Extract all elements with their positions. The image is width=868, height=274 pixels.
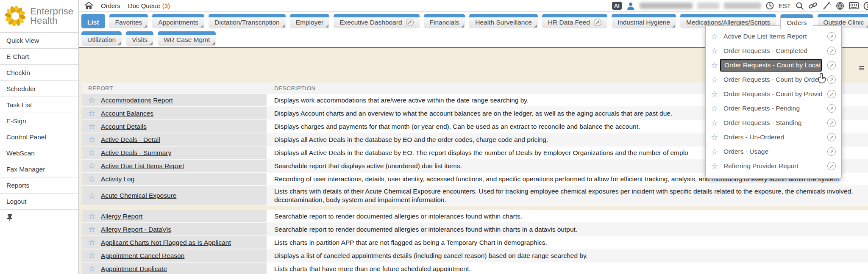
report-link-activity-log[interactable]: Activity Log <box>101 175 134 183</box>
sidebar-item-control-panel[interactable]: Control Panel <box>0 129 78 145</box>
report-link-account-details[interactable]: Account Details <box>101 123 147 130</box>
favorite-star-icon[interactable]: ☆ <box>88 238 95 246</box>
open-in-new-icon[interactable]: ↗ <box>827 32 836 41</box>
breadcrumb-orders[interactable]: Orders <box>101 2 120 9</box>
favorite-star-icon[interactable]: ☆ <box>88 162 95 170</box>
report-cell: ☆Appointment Cancel Reason <box>82 249 267 263</box>
report-link-appointment-duplicate[interactable]: Appointment Duplicate <box>101 265 167 273</box>
sidebar-nav: Quick ViewE-ChartCheckinSchedulerTask Li… <box>0 33 78 210</box>
favorite-star-icon[interactable]: ☆ <box>88 175 95 183</box>
open-in-new-icon[interactable]: ↗ <box>827 119 836 127</box>
favorite-star-icon[interactable]: ☆ <box>88 265 95 273</box>
ai-badge[interactable]: AI <box>612 2 622 10</box>
sidebar-item-task-list[interactable]: Task List <box>0 97 78 113</box>
menu-item-order-requests-pending[interactable]: ☆Order Requests - Pending↗ <box>706 101 841 116</box>
tab-executive-dashboard[interactable]: Executive Dashboard↗ <box>334 14 419 28</box>
report-link-active-deals-detail[interactable]: Active Deals - Detail <box>101 136 160 144</box>
tab-label: Orders <box>787 19 807 27</box>
open-in-new-icon[interactable]: ↗ <box>827 47 836 55</box>
open-in-new-icon[interactable]: ↗ <box>827 162 836 170</box>
menu-item-referring-provider-report[interactable]: ☆Referring Provider Report↗ <box>706 159 841 173</box>
sidebar-item-logout[interactable]: Logout <box>0 194 78 210</box>
clock-icon[interactable] <box>766 2 774 10</box>
tab-appointments[interactable]: Appointments <box>152 14 204 28</box>
favorite-star-icon[interactable]: ☆ <box>88 136 95 144</box>
menu-item-active-due-list-items-report[interactable]: ☆Active Due List Items Report↗ <box>706 29 841 44</box>
report-link-active-due-list-items-report[interactable]: Active Due List Items Report <box>101 162 184 170</box>
tab-financials[interactable]: Financials <box>424 14 465 28</box>
favorite-star-icon[interactable]: ☆ <box>88 192 95 200</box>
open-in-new-icon[interactable]: ↗ <box>827 133 836 141</box>
favorite-star-icon[interactable]: ☆ <box>88 252 95 260</box>
tab-visits[interactable]: Visits <box>126 31 153 46</box>
search-icon[interactable] <box>796 2 804 10</box>
breadcrumb-doc-queue[interactable]: Doc Queue(3) <box>128 2 170 9</box>
sidebar-item-checkin[interactable]: Checkin <box>0 65 78 81</box>
favorite-star-icon[interactable]: ☆ <box>711 119 718 127</box>
tab-list[interactable]: List <box>81 14 105 28</box>
favorite-star-icon[interactable]: ☆ <box>711 90 718 98</box>
tab-wr-case-mgmt[interactable]: WR Case Mgmt <box>158 31 216 46</box>
menu-item-order-requests-completed[interactable]: ☆Order Requests - Completed↗ <box>706 44 841 58</box>
wand-icon[interactable] <box>822 2 831 10</box>
favorite-star-icon[interactable]: ☆ <box>88 212 95 220</box>
favorite-star-icon[interactable]: ☆ <box>711 105 718 113</box>
favorite-star-icon[interactable]: ☆ <box>88 122 95 130</box>
report-link-account-balances[interactable]: Account Balances <box>101 110 153 117</box>
favorite-star-icon[interactable]: ☆ <box>711 76 718 84</box>
favorite-star-icon[interactable]: ☆ <box>88 225 95 233</box>
tab-orders[interactable]: Orders <box>780 14 813 30</box>
favorite-star-icon[interactable]: ☆ <box>711 148 718 156</box>
sidebar-item-e-sign[interactable]: E-Sign <box>0 113 78 129</box>
keyboard-icon[interactable] <box>849 2 859 9</box>
home-icon[interactable] <box>84 2 93 10</box>
report-link-acute-chemical-exposure[interactable]: Acute Chemical Exposure <box>101 192 176 199</box>
tab-dictation-transcription[interactable]: Dictation/Transcription <box>209 14 286 28</box>
sidebar-item-fax-manager[interactable]: Fax Manager <box>0 161 78 177</box>
open-in-new-icon[interactable]: ↗ <box>827 75 836 84</box>
open-in-new-icon[interactable]: ↗ <box>827 61 836 69</box>
favorite-star-icon[interactable]: ☆ <box>711 47 718 55</box>
favorite-star-icon[interactable]: ☆ <box>88 109 95 117</box>
favorite-star-icon[interactable]: ☆ <box>88 149 95 157</box>
tab-favorites[interactable]: Favorites <box>109 14 148 28</box>
report-link-allergy-report[interactable]: Allergy Report <box>101 213 142 220</box>
menu-item-order-requests-standing[interactable]: ☆Order Requests - Standing↗ <box>706 116 841 130</box>
menu-item-order-requests-count-by-provider[interactable]: ☆Order Requests - Count by Provider↗ <box>706 87 841 101</box>
tab-employer[interactable]: Employer <box>290 14 329 28</box>
favorite-star-icon[interactable]: ☆ <box>711 162 718 170</box>
help-icon[interactable]: ? <box>863 2 868 10</box>
table-menu-icon[interactable]: ≡ <box>859 63 865 73</box>
report-link-active-deals-summary[interactable]: Active Deals - Summary <box>101 149 171 157</box>
menu-item-orders-un-ordered[interactable]: ☆Orders - Un-Ordered↗ <box>706 130 841 144</box>
favorite-star-icon[interactable]: ☆ <box>711 33 718 41</box>
globe-icon[interactable] <box>836 2 844 10</box>
sidebar-item-webscan[interactable]: WebScan <box>0 145 78 161</box>
user-name-redacted <box>640 3 693 9</box>
sidebar-item-scheduler[interactable]: Scheduler <box>0 81 78 97</box>
svg-text:?: ? <box>866 3 868 8</box>
description-cell: Lists charts that have more than one fut… <box>267 263 868 274</box>
report-link-accommodations-report[interactable]: Accommodations Report <box>101 97 173 104</box>
tab-health-surveillance[interactable]: Health Surveillance <box>469 14 538 28</box>
open-in-new-icon[interactable]: ↗ <box>827 104 836 113</box>
report-link-applicant-charts-not-flagged-as-is-applicant[interactable]: Applicant Charts Not Flagged as Is Appli… <box>101 239 231 246</box>
tab-industrial-hygiene[interactable]: Industrial Hygiene <box>612 14 676 28</box>
menu-item-orders-usage[interactable]: ☆Orders - Usage↗ <box>706 144 841 159</box>
sidebar-item-e-chart[interactable]: E-Chart <box>0 49 78 65</box>
sidebar-item-reports[interactable]: Reports <box>0 177 78 194</box>
open-in-new-icon[interactable]: ↗ <box>827 147 836 156</box>
report-link-allergy-report-datavis[interactable]: Allergy Report - DataVis <box>101 226 171 233</box>
pin-icon[interactable] <box>6 214 13 221</box>
user-icon[interactable] <box>626 2 635 10</box>
tab-utilization[interactable]: Utilization <box>81 31 122 46</box>
report-link-appointment-cancel-reason[interactable]: Appointment Cancel Reason <box>101 252 184 260</box>
favorite-star-icon[interactable]: ☆ <box>711 61 718 69</box>
favorite-star-icon[interactable]: ☆ <box>88 96 95 104</box>
sidebar-item-quick-view[interactable]: Quick View <box>0 33 78 49</box>
tab-hr-data-feed[interactable]: HR Data Feed↗ <box>542 14 607 28</box>
favorite-star-icon[interactable]: ☆ <box>711 133 718 141</box>
menu-item-order-requests-count-by-location[interactable]: ☆Order Requests - Count by Location↗ <box>706 58 841 72</box>
link-icon[interactable] <box>809 2 818 10</box>
open-in-new-icon[interactable]: ↗ <box>827 90 836 98</box>
